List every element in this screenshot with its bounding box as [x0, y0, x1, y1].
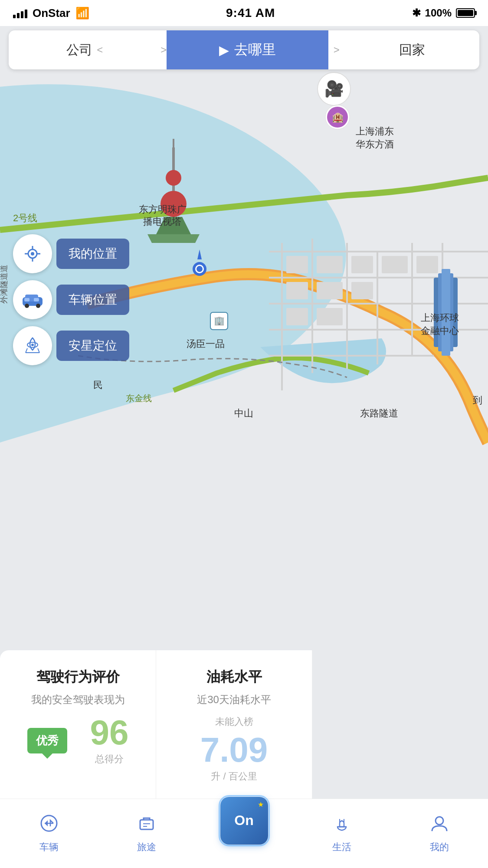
fuel-unit: 升 / 百公里 [211, 770, 257, 783]
bottom-nav: 车辆 旅途 On ★ [0, 799, 488, 868]
svg-rect-17 [286, 282, 308, 299]
svg-text:🎥: 🎥 [324, 79, 344, 98]
svg-rect-67 [34, 298, 39, 301]
svg-rect-75 [140, 820, 153, 829]
svg-text:金融中心: 金融中心 [421, 325, 459, 336]
chevron-right-icon: > [160, 44, 167, 56]
nav-item-journey[interactable]: 旅途 [98, 814, 195, 854]
svg-text:🏨: 🏨 [332, 111, 344, 123]
svg-point-27 [166, 170, 181, 186]
fuel-level-card[interactable]: 油耗水平 近30天油耗水平 未能入榜 7.09 升 / 百公里 [156, 650, 312, 799]
navigation-icon: ▶ [219, 43, 229, 58]
svg-text:2号线: 2号线 [13, 213, 37, 223]
svg-text:播电视塔: 播电视塔 [143, 216, 181, 227]
svg-rect-21 [317, 308, 343, 325]
svg-text:到: 到 [473, 395, 482, 406]
onstar-location-button[interactable]: 安星定位 [56, 331, 129, 361]
svg-text:东金线: 东金线 [126, 393, 152, 403]
fuel-card-note: 未能入榜 [172, 715, 296, 728]
wifi-icon: 📶 [75, 7, 89, 20]
chevron-left-icon: < [97, 44, 103, 56]
journey-nav-label: 旅途 [137, 841, 156, 854]
fuel-value: 7.09 [200, 733, 268, 767]
status-left: OnStar 📶 [13, 7, 89, 20]
svg-rect-66 [24, 298, 29, 301]
onstar-center-button[interactable]: On ★ [220, 797, 268, 845]
svg-rect-13 [317, 256, 343, 273]
mine-nav-icon [429, 814, 450, 837]
svg-rect-15 [382, 256, 408, 273]
signal-bar-4 [25, 10, 27, 18]
life-nav-icon [331, 814, 353, 837]
my-location-row: 我的位置 [13, 234, 129, 273]
svg-point-64 [25, 304, 29, 308]
svg-text:东路隧道: 东路隧道 [360, 408, 398, 419]
svg-rect-12 [286, 256, 308, 273]
carrier-label: OnStar [33, 7, 70, 20]
svg-text:华东方酒: 华东方酒 [356, 139, 394, 150]
signal-bar-3 [21, 11, 23, 18]
mine-nav-label: 我的 [430, 841, 449, 854]
bottom-cards: 驾驶行为评价 我的安全驾驶表现为 优秀 96 总得分 油耗水平 近30天油耗水平… [0, 650, 488, 799]
score-value: 96 [90, 715, 129, 750]
svg-point-41 [197, 266, 203, 272]
svg-point-61 [31, 252, 34, 255]
onstar-center-text: On [234, 812, 253, 829]
home-section[interactable]: 回家 [345, 41, 479, 59]
search-left-section[interactable]: 公司 < [9, 41, 160, 59]
my-location-button[interactable]: 我的位置 [56, 239, 129, 269]
onstar-location-row: 安星定位 [13, 326, 129, 365]
journey-nav-icon [136, 814, 157, 837]
onstar-location-icon-btn[interactable] [13, 326, 52, 365]
excellence-badge: 优秀 [27, 728, 67, 753]
svg-rect-14 [351, 256, 373, 273]
nav-item-life[interactable]: 生活 [293, 814, 390, 854]
svg-text:上海环球: 上海环球 [421, 312, 459, 323]
svg-rect-19 [351, 282, 373, 299]
map-buttons-container: 我的位置 车辆位置 安星 [13, 234, 129, 365]
svg-text:民: 民 [93, 380, 103, 390]
status-right: ✱ 100% [412, 7, 475, 19]
signal-bar-1 [13, 15, 16, 18]
vehicle-nav-icon [38, 814, 60, 837]
driving-card-content: 优秀 96 总得分 [16, 715, 140, 766]
nav-item-vehicle[interactable]: 车辆 [0, 814, 98, 854]
vehicle-location-button[interactable]: 车辆位置 [56, 285, 129, 315]
navigate-label: 去哪里 [234, 40, 276, 59]
driving-card-title: 驾驶行为评价 [16, 668, 140, 687]
nav-item-onstar[interactable]: On ★ [195, 797, 293, 845]
vehicle-location-row: 车辆位置 [13, 280, 129, 319]
svg-point-69 [31, 344, 34, 346]
driving-behavior-card[interactable]: 驾驶行为评价 我的安全驾驶表现为 优秀 96 总得分 [0, 650, 156, 799]
fuel-card-content: 7.09 升 / 百公里 [172, 733, 296, 783]
svg-text:外滩隧道道: 外滩隧道道 [0, 265, 8, 304]
svg-rect-18 [317, 282, 343, 299]
svg-text:中山: 中山 [234, 408, 253, 419]
status-bar: OnStar 📶 9:41 AM ✱ 100% [0, 0, 488, 26]
battery-icon [456, 8, 475, 18]
svg-line-71 [38, 348, 39, 353]
navigate-button[interactable]: ▶ 去哪里 [167, 30, 328, 69]
svg-point-81 [436, 817, 443, 825]
signal-bar-2 [17, 13, 20, 18]
company-label: 公司 [66, 41, 92, 59]
svg-text:🏢: 🏢 [214, 315, 225, 326]
my-location-icon-btn[interactable] [13, 234, 52, 273]
svg-rect-16 [416, 256, 438, 273]
home-label: 回家 [399, 41, 425, 59]
signal-bars [13, 8, 27, 18]
svg-line-70 [26, 348, 27, 353]
nav-item-mine[interactable]: 我的 [390, 814, 488, 854]
bluetooth-icon: ✱ [412, 7, 421, 19]
status-time: 9:41 AM [226, 6, 275, 20]
svg-rect-20 [286, 308, 308, 325]
chevron-right2-icon: > [328, 44, 345, 56]
score-label: 总得分 [95, 753, 124, 766]
svg-text:上海浦东: 上海浦东 [356, 126, 394, 137]
vehicle-location-icon-btn[interactable] [13, 280, 52, 319]
battery-percent: 100% [425, 7, 452, 19]
driving-card-subtitle: 我的安全驾驶表现为 [16, 693, 140, 707]
onstar-star-icon: ★ [258, 800, 264, 809]
search-bar: 公司 < > ▶ 去哪里 > 回家 [9, 30, 479, 69]
vehicle-nav-label: 车辆 [39, 841, 59, 854]
